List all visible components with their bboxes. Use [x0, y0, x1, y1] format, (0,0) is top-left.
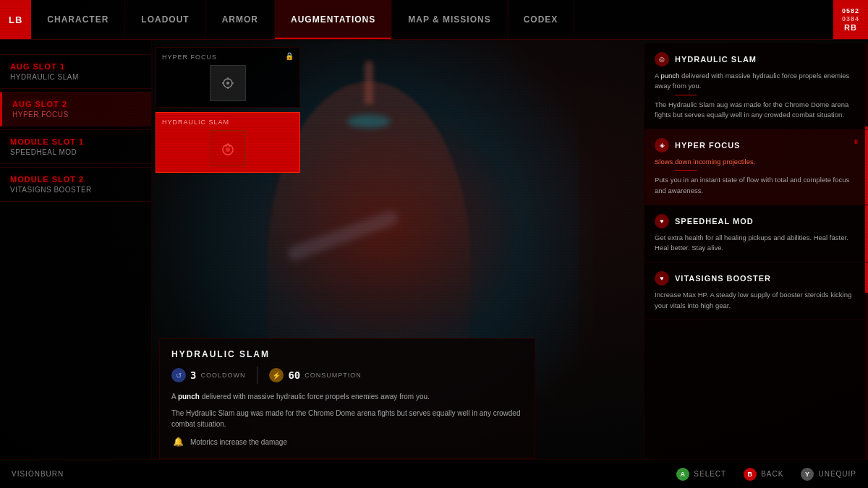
module-slot-2[interactable]: MODULE SLOT 2 VITASIGNS BOOSTER [0, 167, 151, 202]
speedheal-right-icon: ♥ [655, 214, 669, 228]
lock-icon: 🔒 [285, 52, 294, 60]
module-slot-1[interactable]: MODULE SLOT 1 SPEEDHEAL MOD [0, 129, 151, 164]
divider2 [675, 170, 697, 171]
tip-icon: 🔔 [171, 435, 184, 448]
stats-row: ↺ 3 COOLDOWN ⚡ 60 CONSUMPTION [171, 367, 523, 384]
divider [675, 95, 697, 95]
hyper-focus-icon [210, 65, 246, 101]
right-item-header-hyper: ◈ HYPER FOCUS [655, 138, 858, 153]
right-item-hydraulic-slam[interactable]: ◎ HYDRAULIC SLAM A punch delivered with … [644, 43, 868, 129]
hydraulic-slam-right-icon: ◎ [655, 52, 669, 67]
svg-point-7 [226, 147, 230, 152]
aug-cards-panel: HYPER FOCUS 🔒 HYDRAULIC SLAM [156, 47, 300, 177]
hydraulic-slam-right-desc: A punch delivered with massive hydraulic… [655, 71, 858, 92]
hyper-focus-right-icon: ◈ [655, 138, 669, 153]
vitasigns-right-desc: Increase Max HP. A steady low supply of … [655, 290, 858, 311]
back-button[interactable]: B BACK [744, 468, 783, 481]
aug-slot-2[interactable]: AUG SLOT 2 HYPER FOCUS [0, 92, 151, 127]
aug-slot-1[interactable]: AUG SLOT 1 HYDRAULIC SLAM [0, 54, 151, 89]
hyper-focus-desc2: Puts you in an instant state of flow wit… [655, 175, 858, 196]
svg-point-1 [226, 82, 229, 85]
bottom-panel-title: HYDRAULIC SLAM [171, 349, 523, 359]
select-button[interactable]: A SELECT [676, 468, 726, 481]
y-key: Y [801, 468, 814, 481]
rb-button[interactable]: 0582 0384 RB [833, 0, 868, 39]
hydraulic-slam-icon [210, 130, 246, 166]
tab-loadout[interactable]: LOADOUT [125, 0, 205, 39]
energy-icon: ⚡ [269, 368, 284, 382]
tab-map-missions[interactable]: MAP & MISSIONS [392, 0, 507, 39]
cooldown-icon: ↺ [171, 368, 186, 382]
bottom-bar: visionburn A SELECT B BACK Y UNEQUIP [0, 459, 868, 488]
bottom-info-panel: HYDRAULIC SLAM ↺ 3 COOLDOWN ⚡ 60 CONSUMP… [159, 338, 535, 459]
bottom-desc-1: A punch delivered with massive hydraulic… [171, 391, 523, 402]
tip-row: 🔔 Motorics increase the damage [171, 435, 523, 448]
left-panel: AUG SLOT 1 HYDRAULIC SLAM AUG SLOT 2 HYP… [0, 40, 152, 488]
right-item-header-speedheal: ♥ SPEEDHEAL MOD [655, 214, 858, 228]
consumption-stat: ⚡ 60 CONSUMPTION [269, 368, 361, 382]
bottom-actions: A SELECT B BACK Y UNEQUIP [676, 468, 856, 481]
cooldown-stat: ↺ 3 COOLDOWN [171, 368, 245, 382]
tab-armor[interactable]: ARMOR [206, 0, 275, 39]
tab-augmentations[interactable]: AUGMENTATIONS [275, 0, 392, 39]
hydraulic-slam-card[interactable]: HYDRAULIC SLAM [156, 112, 300, 173]
right-item-vitasigns[interactable]: ♥ VITASIGNS BOOSTER Increase Max HP. A s… [644, 262, 868, 320]
hydraulic-slam-right-desc2: The Hydraulic Slam aug was made for the … [655, 100, 858, 121]
bottom-label: visionburn [12, 470, 64, 478]
tab-codex[interactable]: CODEX [508, 0, 575, 39]
right-item-hyper-focus[interactable]: ◈ HYPER FOCUS II Slows down incoming pro… [644, 129, 868, 205]
unequip-button[interactable]: Y UNEQUIP [801, 468, 856, 481]
right-item-header-hydraulic: ◎ HYDRAULIC SLAM [655, 52, 858, 67]
right-item-header-vitasigns: ♥ VITASIGNS BOOSTER [655, 271, 858, 286]
vitasigns-right-icon: ♥ [655, 271, 669, 286]
stat-separator [257, 367, 258, 384]
lb-button[interactable]: LB [0, 0, 31, 39]
speedheal-right-desc: Get extra health for all healing pickups… [655, 233, 858, 254]
hyper-focus-badge: II [854, 138, 858, 145]
b-key: B [744, 468, 757, 481]
right-panel: ◎ HYDRAULIC SLAM A punch delivered with … [644, 43, 868, 459]
hyper-focus-card[interactable]: HYPER FOCUS 🔒 [156, 47, 300, 108]
top-navigation: LB CHARACTER LOADOUT ARMOR AUGMENTATIONS… [0, 0, 868, 40]
a-key: A [676, 468, 689, 481]
bottom-desc-2: The Hydraulic Slam aug was made for the … [171, 408, 523, 429]
tab-character[interactable]: CHARACTER [31, 0, 125, 39]
right-item-speedheal[interactable]: ♥ SPEEDHEAL MOD Get extra health for all… [644, 205, 868, 263]
hyper-focus-desc1: Slows down incoming projectiles. [655, 157, 858, 167]
